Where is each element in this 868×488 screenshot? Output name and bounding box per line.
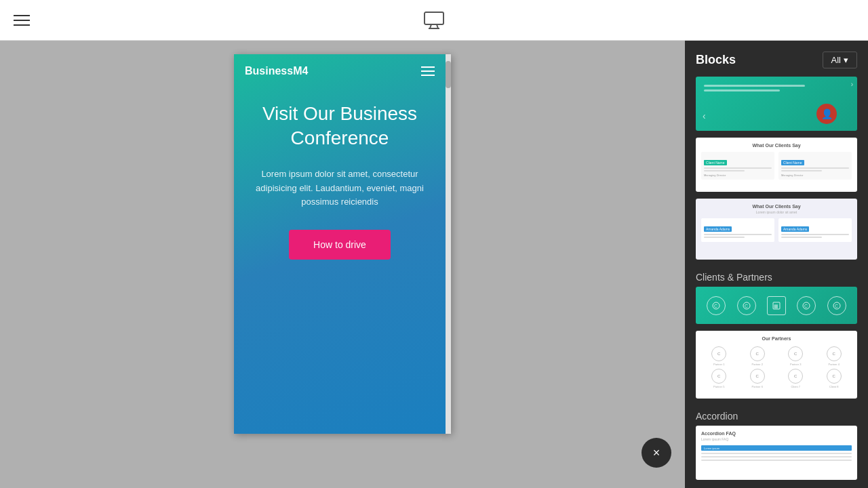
mobile-nav-line-2: [421, 70, 435, 72]
thumb-2-title: What Our Clients Say: [752, 143, 800, 148]
hamburger-line-3: [14, 24, 30, 26]
mobile-nav: BusinessM4: [234, 54, 446, 88]
partner-label-2: Partner 2: [752, 363, 763, 366]
section-clients-partners: Clients & Partners: [685, 266, 868, 287]
hamburger-menu[interactable]: [14, 15, 30, 26]
partner-badge-4: C: [827, 346, 842, 361]
block-thumb-testimonial-teal[interactable]: ‹ 👤 ›: [696, 77, 857, 131]
partner-badge-5: C: [711, 369, 726, 384]
card-3-line-2: [704, 237, 745, 238]
preview-toggle[interactable]: [423, 11, 445, 30]
partner-3: C Partner 3: [778, 346, 814, 366]
partner-label-7: Client 7: [791, 385, 800, 388]
section-accordion: Accordion: [685, 405, 868, 426]
header: [0, 0, 868, 41]
thumb-1-text-lines: [704, 85, 830, 94]
accordion-active-bar: Lorem ipsum: [701, 445, 852, 451]
partner-label-6: Partner 6: [752, 385, 763, 388]
mobile-hamburger[interactable]: [421, 66, 435, 76]
svg-text:C: C: [804, 304, 808, 308]
mobile-brand: BusinessM4: [245, 65, 308, 77]
partner-label-4: Partner 4: [829, 363, 840, 366]
svg-text:C: C: [835, 304, 838, 308]
canvas-area: BusinessM4 Visit Our Business Conference…: [0, 41, 685, 488]
partner-5: C Partner 5: [701, 369, 737, 388]
fab-close-button[interactable]: ×: [642, 438, 671, 468]
partner-label-1: Partner 1: [713, 363, 724, 366]
svg-text:C: C: [745, 304, 748, 308]
card-3-lines: [704, 234, 772, 238]
partners-grid-row-2: C Partner 5 C Partner 6 C Client 7 C Cli…: [701, 369, 852, 388]
thumb-3-subtitle: Lorem ipsum dolor sit amet: [756, 210, 797, 214]
card-4-line-2: [781, 237, 822, 238]
thumb-3-card-2: Amanda Adams: [778, 218, 852, 242]
thumb-6-title: Accordion FAQ: [701, 431, 852, 436]
mobile-scrollbar[interactable]: [446, 54, 451, 434]
sidebar-blocks: Blocks All ▾ ‹ 👤 › What Our Clients Say …: [685, 41, 868, 488]
block-thumb-testimonial-light[interactable]: What Our Clients Say Lorem ipsum dolor s…: [696, 199, 857, 260]
partner-label-5: Partner 5: [713, 385, 724, 388]
partner-2: C Partner 2: [740, 346, 776, 366]
block-thumb-clients-teal[interactable]: C C ▦ C C: [696, 287, 857, 324]
client-badge-1: C: [707, 296, 726, 315]
block-thumb-partners-white[interactable]: Our Partners C Partner 1 C Partner 2 C P…: [696, 331, 857, 399]
chevron-down-icon: ▾: [844, 55, 848, 65]
thumb-2-card-2: Client Name Managing Director: [778, 152, 852, 180]
accordion-stub-1: [701, 453, 852, 454]
partner-badge-2: C: [750, 346, 765, 361]
next-icon: ›: [851, 81, 853, 88]
partner-badge-1: C: [711, 346, 726, 361]
card-1-name: Client Name: [704, 160, 727, 165]
prev-icon: ‹: [703, 110, 706, 121]
partner-label-3: Partner 3: [790, 363, 801, 366]
card-3-name: Amanda Adams: [704, 226, 732, 232]
thumb-1-line-1: [704, 85, 805, 87]
accordion-stub-2: [701, 456, 852, 458]
all-filter-label: All: [831, 55, 841, 65]
card-4-lines: [781, 234, 849, 238]
card-2-line-1: [781, 167, 849, 169]
block-thumb-accordion[interactable]: Accordion FAQ Lorem ipsum FAQ Lorem ipsu…: [696, 426, 857, 480]
scrollbar-thumb: [446, 61, 451, 88]
partner-1: C Partner 1: [701, 346, 737, 366]
client-badge-4: C: [797, 296, 816, 315]
mobile-nav-line-3: [421, 75, 435, 76]
thumb-1-line-2: [704, 89, 780, 92]
mobile-hero-section: BusinessM4 Visit Our Business Conference…: [234, 54, 446, 434]
partner-8: C Client 8: [816, 369, 852, 388]
card-1-label: Managing Director: [704, 174, 772, 177]
thumb-2-card-1: Client Name Managing Director: [701, 152, 774, 180]
client-badge-2: C: [737, 296, 756, 315]
card-2-lines: [781, 167, 849, 171]
card-2-name: Client Name: [781, 160, 804, 165]
close-icon: ×: [653, 446, 660, 460]
card-1-lines: [704, 167, 772, 171]
svg-rect-0: [425, 12, 443, 24]
sidebar-header: Blocks All ▾: [685, 41, 868, 77]
mobile-nav-line-1: [421, 66, 435, 68]
avatar-thumb: 👤: [816, 104, 837, 124]
partner-label-8: Client 8: [829, 385, 839, 388]
block-thumb-testimonial-white[interactable]: What Our Clients Say Client Name Managin…: [696, 138, 857, 192]
thumb-5-title: Our Partners: [762, 336, 791, 341]
partners-grid-row-1: C Partner 1 C Partner 2 C Partner 3 C Pa…: [701, 346, 852, 366]
sidebar-title: Blocks: [696, 53, 736, 67]
partner-6: C Partner 6: [740, 369, 776, 388]
partner-badge-8: C: [827, 369, 842, 384]
card-1-line-2: [704, 170, 745, 171]
card-3-line-1: [704, 234, 772, 235]
card-1-line-1: [704, 167, 772, 169]
client-badge-3: ▦: [767, 296, 786, 315]
accordion-bar-text: Lorem ipsum: [704, 447, 719, 450]
card-4-name: Amanda Adams: [781, 226, 809, 232]
mobile-hero-title: Visit Our Business Conference: [248, 102, 432, 151]
partner-7: C Client 7: [778, 369, 814, 388]
mobile-hero-button[interactable]: How to drive: [289, 230, 391, 260]
partner-badge-3: C: [788, 346, 803, 361]
thumb-3-cards: Amanda Adams Amanda Adams: [701, 218, 852, 242]
partner-4: C Partner 4: [816, 346, 852, 366]
mobile-preview-frame: BusinessM4 Visit Our Business Conference…: [234, 54, 451, 434]
card-2-line-2: [781, 170, 822, 171]
all-filter-button[interactable]: All ▾: [823, 52, 857, 68]
hamburger-line-2: [14, 20, 30, 21]
